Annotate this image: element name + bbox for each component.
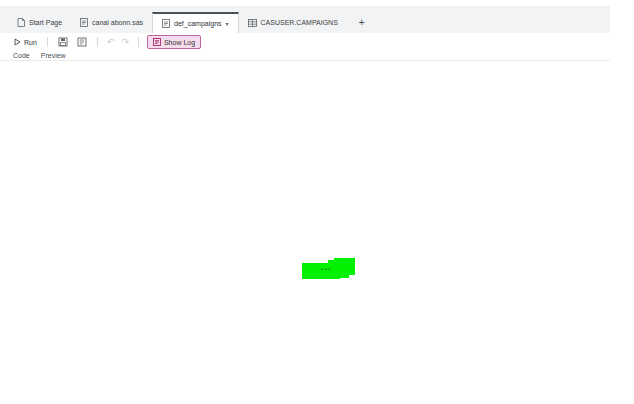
save-icon xyxy=(58,37,68,47)
save-as-button[interactable] xyxy=(75,36,89,48)
start-page-icon xyxy=(17,18,25,27)
show-log-toggle[interactable]: Show Log xyxy=(147,35,201,49)
green-highlight xyxy=(328,260,336,265)
program-file-icon xyxy=(80,18,88,27)
save-as-icon xyxy=(77,37,87,47)
new-tab-button[interactable]: + xyxy=(355,12,369,33)
toolbar-divider xyxy=(47,37,48,47)
document-tab-bar: Start Page canal abonn.sas def_campaigns… xyxy=(0,6,610,33)
preview-loading-indicator: ••• xyxy=(302,258,355,280)
toolbar-divider xyxy=(97,37,98,47)
tab-start-page[interactable]: Start Page xyxy=(8,12,71,33)
tab-casuser-campaigns[interactable]: CASUSER.CAMPAIGNS xyxy=(239,12,347,33)
save-button[interactable] xyxy=(56,36,70,48)
redo-icon[interactable]: ↷ xyxy=(120,37,130,47)
tab-label: canal abonn.sas xyxy=(92,19,143,26)
run-label: Run xyxy=(24,39,37,46)
editor-toolbar: Run ↶ ↷ Show Log xyxy=(0,33,610,51)
log-icon xyxy=(153,38,161,46)
run-play-icon xyxy=(14,38,21,46)
program-file-icon xyxy=(162,19,170,28)
tab-canal-abonn-sas[interactable]: canal abonn.sas xyxy=(71,12,152,33)
green-highlight xyxy=(340,275,349,278)
table-icon xyxy=(248,19,257,27)
chevron-down-icon[interactable]: ▾ xyxy=(226,21,229,27)
tab-label: def_campaigns xyxy=(174,20,221,27)
loading-dots: ••• xyxy=(321,267,332,272)
tab-def-campaigns[interactable]: def_campaigns ▾ xyxy=(152,12,239,33)
tab-label: Start Page xyxy=(29,19,62,26)
green-highlight xyxy=(334,258,355,275)
undo-icon[interactable]: ↶ xyxy=(106,37,116,47)
toolbar-divider xyxy=(138,37,139,47)
preview-pane: ••• xyxy=(0,61,610,404)
tab-label: CASUSER.CAMPAIGNS xyxy=(261,19,338,26)
app-window: Start Page canal abonn.sas def_campaigns… xyxy=(0,0,634,404)
run-button[interactable]: Run xyxy=(12,37,39,47)
show-log-label: Show Log xyxy=(164,39,195,46)
